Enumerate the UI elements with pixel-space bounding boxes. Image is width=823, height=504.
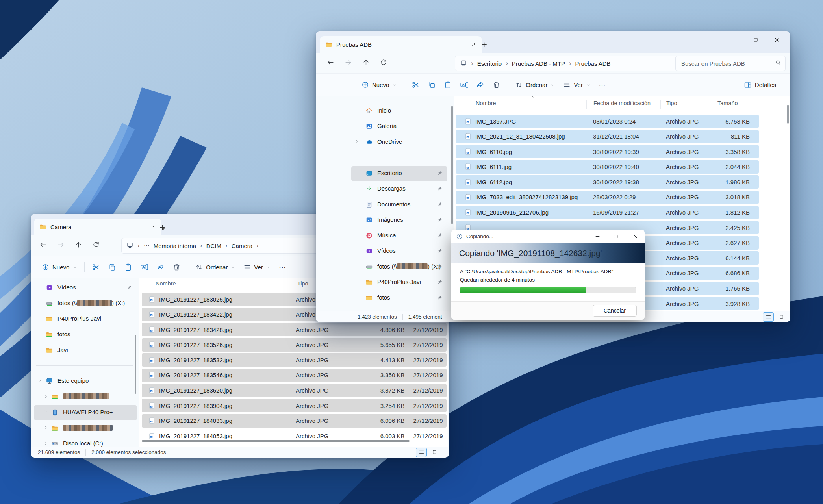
sidebar-item-escritorio[interactable]: Escritorio <box>351 166 447 181</box>
paste-button[interactable] <box>120 260 136 274</box>
horizontal-scrollbar-thumb[interactable] <box>142 440 410 442</box>
chevron-collapsed-icon[interactable] <box>43 441 48 446</box>
sidebar-item-disco-local-c[interactable]: Disco local (C:) <box>34 436 137 447</box>
sidebar-item-fotos[interactable]: fotos <box>34 327 137 342</box>
chevron-collapsed-icon[interactable] <box>43 394 48 399</box>
sidebar-item-inicio[interactable]: Inicio <box>351 104 447 119</box>
sidebar-item-fotos-network-drive[interactable]: fotos (\\) (X:) <box>351 259 447 274</box>
file-row[interactable]: IMG_20191227_183620.jpg Archivo JPG 3.87… <box>142 384 447 397</box>
search-input[interactable] <box>676 60 775 67</box>
sidebar-item-javi[interactable]: Javi <box>34 343 137 358</box>
refresh-button[interactable] <box>380 59 387 67</box>
cancel-button[interactable]: Cancelar <box>593 305 637 317</box>
sidebar-item-galeria[interactable]: Galería <box>351 119 447 134</box>
column-header-type[interactable]: Tipo <box>297 280 308 287</box>
sidebar-item-onedrive[interactable]: OneDrive <box>351 135 447 150</box>
new-tab-button[interactable] <box>478 39 490 50</box>
tab-pruebas-adb[interactable]: Pruebas ADB <box>320 36 482 53</box>
back-button[interactable] <box>39 241 47 250</box>
sidebar-item-este-equipo[interactable]: Este equipo <box>34 374 137 389</box>
share-button[interactable] <box>472 78 488 92</box>
maximize-button[interactable] <box>750 35 761 45</box>
file-row[interactable]: IMG_2021_12_31_180422508.jpg 31/12/2021 … <box>456 130 759 143</box>
column-header-type[interactable]: Tipo <box>666 100 677 106</box>
file-row[interactable]: IMG_7033_edit_380827412823139.jpg 28/03/… <box>456 191 759 204</box>
column-header-name[interactable]: Nombre <box>156 280 176 287</box>
sort-button[interactable]: Ordenar <box>191 260 239 274</box>
file-row[interactable]: IMG_20191227_184033.jpg Archivo JPG 6.09… <box>142 414 447 428</box>
view-button[interactable]: Ver <box>559 78 595 92</box>
minimize-button[interactable] <box>593 232 602 241</box>
sidebar-scrollbar-thumb[interactable] <box>135 335 136 394</box>
sidebar-item-descargas[interactable]: Descargas <box>351 182 447 196</box>
sort-button[interactable]: Ordenar <box>511 78 559 92</box>
new-button[interactable]: Nuevo <box>358 78 401 92</box>
sidebar-item-fotos[interactable]: fotos <box>351 291 447 306</box>
list-scrollbar-thumb[interactable] <box>787 105 789 124</box>
sidebar-item-redacted-folder[interactable] <box>34 421 137 436</box>
details-view-toggle[interactable] <box>763 312 774 322</box>
thumbnail-view-toggle[interactable] <box>776 313 786 321</box>
cut-button[interactable] <box>408 78 424 92</box>
file-row[interactable]: IMG_6110.jpg 30/10/2022 19:39 Archivo JP… <box>456 145 759 158</box>
sidebar-item-imagenes[interactable]: Imágenes <box>351 213 447 228</box>
breadcrumb-ellipsis[interactable]: ⋯ <box>144 242 150 249</box>
sidebar-scrollbar-thumb[interactable] <box>451 106 453 224</box>
breadcrumb-item-camera[interactable]: Camera <box>232 243 252 249</box>
breadcrumb-item-pruebas-adb[interactable]: Pruebas ADB <box>575 60 611 67</box>
file-row[interactable]: IMG_20191227_183428.jpg Archivo JPG 4.80… <box>142 323 447 336</box>
file-row[interactable]: IMG_20191227_183532.jpg Archivo JPG 4.41… <box>142 353 447 367</box>
delete-button[interactable] <box>169 260 185 274</box>
copy-button[interactable] <box>424 78 440 92</box>
this-pc-icon[interactable] <box>126 242 133 250</box>
sidebar-item-huawei-p40-pro[interactable]: HUAWEI P40 Pro+ <box>34 405 137 420</box>
breadcrumb-item-pruebas-adb-mtp[interactable]: Pruebas ADB - MTP <box>512 60 565 67</box>
rename-button[interactable] <box>456 78 472 92</box>
sidebar-item-videos[interactable]: Vídeos <box>351 244 447 259</box>
paste-button[interactable] <box>440 78 456 92</box>
close-button[interactable] <box>771 35 782 45</box>
tab-camera[interactable]: Camera <box>34 219 161 235</box>
file-row[interactable]: IMG_20191227_183546.jpg Archivo JPG 3.35… <box>142 369 447 382</box>
sidebar-item-redacted-folder[interactable] <box>34 389 137 404</box>
refresh-button[interactable] <box>93 241 100 250</box>
view-button[interactable]: Ver <box>239 260 275 274</box>
tab-close-icon[interactable] <box>150 224 156 230</box>
file-row[interactable]: IMG_6112.jpg 30/10/2022 19:38 Archivo JP… <box>456 175 759 189</box>
tab-close-icon[interactable] <box>471 41 476 48</box>
sidebar-item-documentos[interactable]: Documentos <box>351 197 447 212</box>
forward-button[interactable] <box>57 241 65 250</box>
file-row[interactable]: IMG_20191227_183526.jpg Archivo JPG 5.65… <box>142 338 447 352</box>
up-button[interactable] <box>362 59 370 68</box>
this-pc-icon[interactable] <box>460 59 467 68</box>
chevron-collapsed-icon[interactable] <box>43 410 48 415</box>
file-row[interactable]: IMG_20191227_183904.jpg Archivo JPG 3.25… <box>142 399 447 412</box>
forward-button[interactable] <box>345 59 352 68</box>
sidebar-item-musica[interactable]: Música <box>351 228 447 243</box>
breadcrumb-item-escritorio[interactable]: Escritorio <box>477 60 502 67</box>
delete-button[interactable] <box>488 78 504 92</box>
file-row[interactable]: IMG_20190916_212706.jpg 16/09/2019 21:27… <box>456 206 759 219</box>
share-button[interactable] <box>152 260 169 274</box>
breadcrumb-item-dcim[interactable]: DCIM <box>206 243 221 249</box>
sidebar-item-p40proplus-javi[interactable]: P40ProPlus-Javi <box>351 275 447 290</box>
sidebar-item-videos[interactable]: Vídeos <box>34 280 137 295</box>
chevron-collapsed-icon[interactable] <box>43 425 48 430</box>
details-view-toggle[interactable] <box>416 448 427 457</box>
more-button[interactable]: ⋯ <box>595 78 610 93</box>
up-button[interactable] <box>75 241 82 250</box>
close-button[interactable] <box>630 232 640 241</box>
sidebar-item-p40proplus-javi[interactable]: P40ProPlus-Javi <box>34 311 137 326</box>
more-button[interactable]: ⋯ <box>275 260 291 275</box>
chevron-expanded-icon[interactable] <box>37 378 42 383</box>
rename-button[interactable] <box>136 260 152 274</box>
minimize-button[interactable] <box>729 35 740 45</box>
file-row[interactable]: IMG_1397.JPG 03/01/2023 0:24 Archivo JPG… <box>456 115 759 128</box>
chevron-collapsed-icon[interactable] <box>354 139 360 144</box>
sidebar-item-fotos-network-drive[interactable]: fotos (\\) (X:) <box>34 296 137 311</box>
file-row[interactable]: IMG_6111.jpg 30/10/2022 19:40 Archivo JP… <box>456 160 759 174</box>
back-button[interactable] <box>327 59 334 68</box>
column-header-date[interactable]: Fecha de modificación <box>593 100 651 106</box>
thumbnail-view-toggle[interactable] <box>429 448 439 457</box>
new-button[interactable]: Nuevo <box>38 260 81 274</box>
